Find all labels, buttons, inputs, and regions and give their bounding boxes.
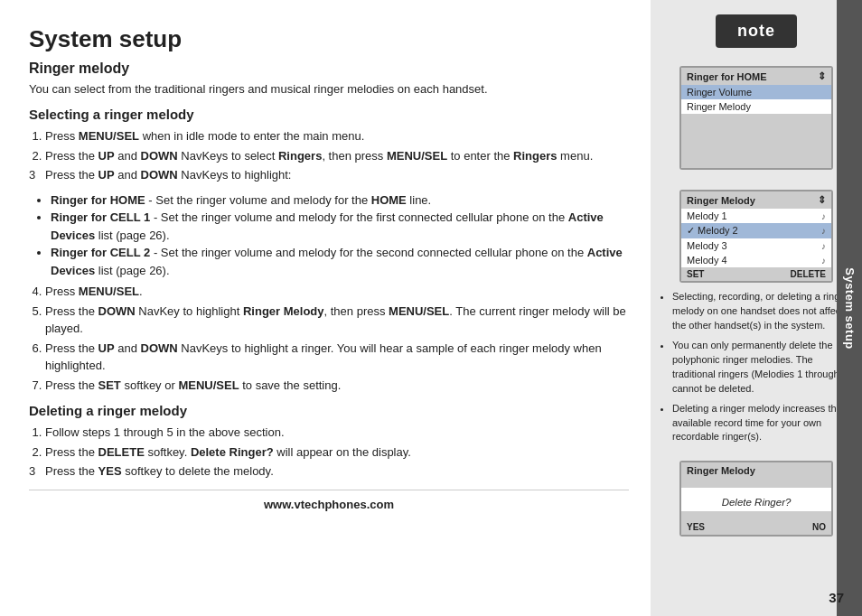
screen1-body bbox=[681, 114, 831, 168]
screen2-row-melody4: Melody 4 ♪ bbox=[681, 253, 831, 267]
screen2-melody4-label: Melody 4 bbox=[687, 255, 727, 266]
screen2: Ringer Melody ⇕ Melody 1 ♪ ✓ Melody 2 ♪ … bbox=[679, 190, 833, 283]
steps-select-cont-list: Press MENU/SEL. Press the DOWN NavKey to… bbox=[45, 283, 629, 394]
step-2: Press the UP and DOWN NavKeys to select … bbox=[45, 147, 629, 165]
bold-up-2: UP bbox=[98, 168, 115, 182]
screen1-volume-label: Ringer Volume bbox=[687, 87, 752, 98]
screen2-melody3-label: Melody 3 bbox=[687, 240, 727, 251]
bullet-list: Ringer for HOME - Set the ringer volume … bbox=[51, 191, 629, 280]
screen2-header-label: Ringer Melody bbox=[687, 195, 755, 206]
note-bullet-list: Selecting, recording, or deleting a ring… bbox=[672, 290, 853, 444]
screen1-arrow-icon: ⇕ bbox=[818, 70, 826, 82]
note-bullet-2: You can only permanently delete the poly… bbox=[672, 339, 853, 397]
bold-menusel-4: MENU/SEL bbox=[389, 304, 449, 318]
bold-delete: DELETE bbox=[98, 445, 145, 459]
bold-yes: YES bbox=[98, 464, 122, 478]
intro-text: You can select from the traditional ring… bbox=[29, 81, 629, 98]
bold-menusel-1: MENU/SEL bbox=[79, 129, 139, 143]
bold-ringers-2: Ringers bbox=[513, 149, 557, 163]
screen1-header: Ringer for HOME ⇕ bbox=[681, 68, 831, 85]
screen1-row-melody: Ringer Melody bbox=[681, 99, 831, 114]
screen1: Ringer for HOME ⇕ Ringer Volume Ringer M… bbox=[679, 66, 833, 170]
screen2-header: Ringer Melody ⇕ bbox=[681, 191, 831, 209]
step-1: Press MENU/SEL when in idle mode to ente… bbox=[45, 127, 629, 145]
screen2-delete-btn: DELETE bbox=[791, 269, 826, 279]
side-tab-label: System setup bbox=[843, 267, 857, 350]
screen3-no-btn: NO bbox=[812, 522, 826, 532]
screen3-body-top bbox=[681, 479, 831, 488]
bold-ringer-melody: Ringer Melody bbox=[243, 304, 324, 318]
screen2-row-melody1: Melody 1 ♪ bbox=[681, 209, 831, 223]
bold-down-1: DOWN bbox=[141, 149, 178, 163]
side-tab-container: System setup bbox=[837, 0, 862, 616]
screen2-melody2-icon: ♪ bbox=[821, 226, 826, 236]
screen2-arrow-icon: ⇕ bbox=[818, 194, 826, 206]
page-title: System setup bbox=[29, 25, 629, 53]
section-ringer-melody-title: Ringer melody bbox=[29, 61, 629, 77]
note-bullet-1: Selecting, recording, or deleting a ring… bbox=[672, 290, 853, 333]
screen2-melody1-label: Melody 1 bbox=[687, 210, 727, 221]
footer-url: www.vtechphones.com bbox=[264, 498, 394, 511]
footer: www.vtechphones.com bbox=[29, 490, 629, 515]
step-4: Press MENU/SEL. bbox=[45, 283, 629, 301]
bold-set: SET bbox=[98, 378, 121, 392]
delete-step-2: Press the DELETE softkey. Delete Ringer?… bbox=[45, 443, 629, 462]
page-number: 37 bbox=[829, 590, 844, 605]
bold-down-3: DOWN bbox=[98, 304, 136, 318]
bold-menusel-5: MENU/SEL bbox=[178, 378, 239, 392]
screen3: Ringer Melody Delete Ringer? YES NO bbox=[679, 461, 833, 537]
bold-menusel-2: MENU/SEL bbox=[387, 149, 447, 163]
note-bullets: Selecting, recording, or deleting a ring… bbox=[651, 290, 862, 457]
screen3-body-bottom bbox=[681, 511, 831, 520]
bold-ringers: Ringers bbox=[278, 149, 322, 163]
note-bullet-3: Deleting a ringer melody increases the a… bbox=[672, 402, 853, 445]
steps-delete-list: Follow steps 1 through 5 in the above se… bbox=[45, 424, 629, 481]
bullet-cell1: Ringer for CELL 1 - Set the ringer volum… bbox=[51, 209, 629, 244]
screen3-delete-text: Delete Ringer? bbox=[681, 488, 831, 511]
selecting-ringer-title: Selecting a ringer melody bbox=[29, 107, 629, 122]
bold-menusel-3: MENU/SEL bbox=[79, 285, 139, 298]
screen3-yes-btn: YES bbox=[687, 522, 705, 532]
main-content: System setup Ringer melody You can selec… bbox=[0, 0, 651, 616]
bold-ringer-home: Ringer for HOME bbox=[51, 193, 145, 207]
screen3-header-label: Ringer Melody bbox=[687, 465, 755, 476]
bullet-cell2: Ringer for CELL 2 - Set the ringer volum… bbox=[51, 244, 629, 279]
screen2-row-melody2: ✓ Melody 2 ♪ bbox=[681, 223, 831, 238]
bold-home: HOME bbox=[371, 193, 407, 207]
note-box: note bbox=[716, 14, 797, 48]
bold-down-4: DOWN bbox=[141, 341, 178, 355]
step-7: Press the SET softkey or MENU/SEL to sav… bbox=[45, 377, 629, 395]
bold-delete-ringer: Delete Ringer? bbox=[191, 445, 274, 459]
screen2-melody1-icon: ♪ bbox=[821, 211, 826, 221]
screen2-melody2-label: ✓ Melody 2 bbox=[687, 225, 738, 237]
screen2-melody4-icon: ♪ bbox=[821, 256, 826, 266]
bold-ringer-cell1: Ringer for CELL 1 bbox=[51, 210, 150, 224]
delete-step-3: 3 Press the YES softkey to delete the me… bbox=[29, 462, 629, 481]
step-6: Press the UP and DOWN NavKeys to highlig… bbox=[45, 340, 629, 375]
screen1-row-volume: Ringer Volume bbox=[681, 85, 831, 99]
screen1-header-label: Ringer for HOME bbox=[687, 71, 767, 82]
screen2-row-melody3: Melody 3 ♪ bbox=[681, 238, 831, 253]
screen1-melody-label: Ringer Melody bbox=[687, 101, 751, 112]
screen2-melody3-icon: ♪ bbox=[821, 241, 826, 251]
right-panel: note Ringer for HOME ⇕ Ringer Volume Rin… bbox=[651, 0, 862, 616]
steps-select-list: Press MENU/SEL when in idle mode to ente… bbox=[45, 127, 629, 184]
deleting-ringer-title: Deleting a ringer melody bbox=[29, 403, 629, 418]
bold-up-1: UP bbox=[98, 149, 115, 163]
bold-up-3: UP bbox=[98, 341, 115, 355]
screen3-footer: YES NO bbox=[681, 520, 831, 535]
bold-ringer-cell2: Ringer for CELL 2 bbox=[51, 246, 150, 259]
step-3: 3 Press the UP and DOWN NavKeys to highl… bbox=[29, 166, 629, 184]
screen2-set-btn: SET bbox=[687, 269, 704, 279]
step-5: Press the DOWN NavKey to highlight Ringe… bbox=[45, 303, 629, 338]
bold-down-2: DOWN bbox=[141, 168, 178, 182]
screen3-header: Ringer Melody bbox=[681, 462, 831, 479]
bullet-home: Ringer for HOME - Set the ringer volume … bbox=[51, 191, 629, 210]
delete-step-1: Follow steps 1 through 5 in the above se… bbox=[45, 424, 629, 442]
screen2-footer: SET DELETE bbox=[681, 267, 831, 281]
